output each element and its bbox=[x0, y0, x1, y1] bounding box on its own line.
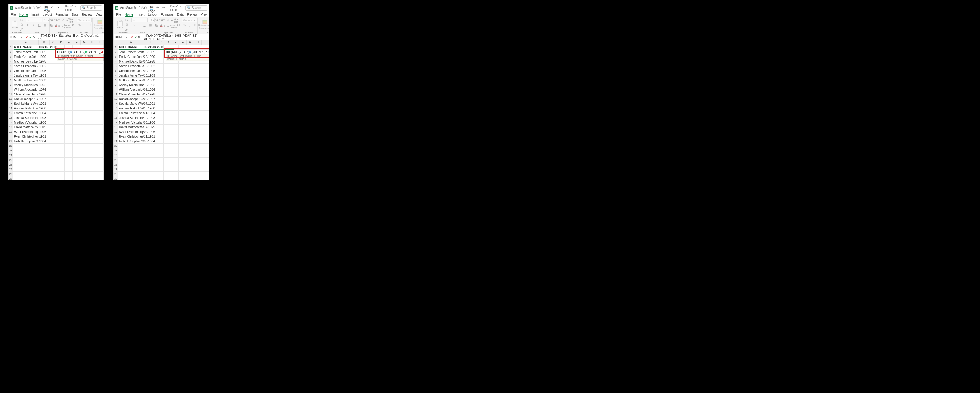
cell[interactable] bbox=[179, 153, 186, 157]
cell[interactable] bbox=[49, 64, 57, 68]
cell[interactable]: John Robert Smith bbox=[13, 50, 38, 54]
cell[interactable] bbox=[164, 82, 171, 87]
cell[interactable] bbox=[194, 176, 202, 180]
cell[interactable] bbox=[186, 73, 194, 78]
cell[interactable]: 1978 bbox=[38, 59, 49, 63]
cell[interactable]: 12/08/1976 bbox=[143, 87, 156, 92]
row-header[interactable]: 29 bbox=[8, 176, 13, 180]
cell[interactable] bbox=[171, 153, 179, 157]
cell[interactable] bbox=[80, 162, 88, 167]
cell[interactable] bbox=[96, 158, 104, 162]
cell[interactable] bbox=[73, 153, 81, 157]
cell[interactable] bbox=[201, 139, 209, 143]
row-header[interactable]: 2 bbox=[114, 50, 118, 54]
cell[interactable] bbox=[65, 111, 73, 115]
cell[interactable] bbox=[73, 172, 81, 176]
cell[interactable] bbox=[179, 92, 186, 96]
cell[interactable]: Ryan Christopher Moore bbox=[13, 134, 38, 138]
cell[interactable]: 1984 bbox=[38, 111, 49, 115]
cell[interactable] bbox=[96, 144, 104, 148]
cell[interactable] bbox=[65, 82, 73, 87]
cell[interactable]: Michael David Brown bbox=[118, 59, 143, 63]
cell[interactable] bbox=[179, 144, 186, 148]
cell[interactable]: Andrew Patrick Wilson bbox=[118, 106, 143, 110]
cell[interactable] bbox=[57, 111, 65, 115]
cell[interactable]: Ava Elizabeth Lopez bbox=[118, 130, 143, 134]
cell[interactable] bbox=[179, 162, 186, 167]
cell[interactable]: Olivia Rose Garcia bbox=[118, 92, 143, 96]
row-header[interactable]: 29 bbox=[114, 176, 118, 180]
cell[interactable]: Emma Katherine Rodriguez bbox=[118, 111, 143, 115]
row-header[interactable]: 17 bbox=[8, 120, 13, 124]
col-G[interactable]: G bbox=[81, 40, 88, 44]
spreadsheet-grid[interactable]: A B C D E F G H I 1FULL NAMEBIRTHDATEOUT… bbox=[114, 40, 209, 180]
row-header[interactable]: 25 bbox=[114, 158, 118, 162]
cell[interactable]: Daniel Joseph Clark bbox=[118, 97, 143, 101]
fx-icon[interactable]: fx bbox=[138, 35, 140, 39]
cell[interactable]: Christopher James Davis bbox=[13, 68, 38, 73]
cell[interactable] bbox=[156, 87, 164, 92]
cell[interactable] bbox=[49, 54, 57, 59]
row-header[interactable]: 24 bbox=[8, 153, 13, 157]
row-header[interactable]: 16 bbox=[8, 115, 13, 120]
row-header[interactable]: 20 bbox=[114, 134, 118, 138]
cell[interactable]: Joshua Benjamin Lee bbox=[13, 115, 38, 120]
cell[interactable]: Jessica Anne Taylor bbox=[13, 73, 38, 78]
col-C[interactable]: C bbox=[50, 40, 57, 44]
col-D[interactable]: D bbox=[57, 40, 65, 44]
align-center-icon[interactable]: ≡ bbox=[159, 24, 162, 28]
cell[interactable] bbox=[179, 45, 186, 49]
cell-edit-c2[interactable]: =IF(AND(B1>=1985, B1<=1990), A1, "") bbox=[56, 50, 104, 54]
cell[interactable] bbox=[156, 176, 164, 180]
cell[interactable] bbox=[49, 73, 57, 78]
cell[interactable] bbox=[171, 45, 179, 49]
cell[interactable] bbox=[57, 68, 65, 73]
cell[interactable] bbox=[49, 148, 57, 153]
cell[interactable] bbox=[186, 101, 194, 106]
cell[interactable] bbox=[164, 176, 171, 180]
row-header[interactable]: 2 bbox=[8, 50, 13, 54]
cell[interactable] bbox=[88, 130, 96, 134]
inc-decimal-icon[interactable]: .0 bbox=[87, 23, 91, 27]
col-H[interactable]: H bbox=[194, 40, 201, 44]
cell[interactable] bbox=[186, 144, 194, 148]
col-F[interactable]: F bbox=[73, 40, 81, 44]
cell[interactable] bbox=[201, 97, 209, 101]
cell[interactable] bbox=[186, 176, 194, 180]
align-left-icon[interactable]: ≡ bbox=[156, 24, 159, 28]
cell[interactable] bbox=[88, 115, 96, 120]
cell[interactable]: 05/11/1981 bbox=[143, 134, 156, 138]
bold-icon[interactable]: B bbox=[26, 23, 30, 27]
cell[interactable]: Andrew Patrick Wilson bbox=[13, 106, 38, 110]
cell[interactable] bbox=[65, 97, 73, 101]
cell[interactable]: 1993 bbox=[38, 115, 49, 120]
cell[interactable] bbox=[73, 144, 81, 148]
row-header[interactable]: 26 bbox=[8, 162, 13, 167]
cell[interactable] bbox=[88, 45, 96, 49]
cell[interactable] bbox=[156, 54, 164, 59]
border-icon[interactable]: ▦ bbox=[148, 23, 152, 27]
cell[interactable] bbox=[194, 64, 202, 68]
select-all-triangle[interactable] bbox=[8, 40, 13, 44]
cell[interactable]: 06/25/1983 bbox=[143, 78, 156, 82]
cell[interactable] bbox=[49, 92, 57, 96]
underline-icon[interactable]: U bbox=[143, 23, 146, 27]
cell[interactable] bbox=[73, 64, 81, 68]
name-box[interactable]: SUM bbox=[8, 35, 24, 39]
cell[interactable] bbox=[96, 172, 104, 176]
cell[interactable] bbox=[143, 148, 156, 153]
cell[interactable] bbox=[88, 111, 96, 115]
cell[interactable] bbox=[164, 45, 171, 49]
cell[interactable] bbox=[13, 176, 38, 180]
cell[interactable] bbox=[57, 134, 65, 138]
cell[interactable] bbox=[164, 73, 171, 78]
cell[interactable]: 1994 bbox=[38, 139, 49, 143]
cell[interactable] bbox=[88, 82, 96, 87]
row-header[interactable]: 7 bbox=[114, 73, 118, 78]
cell[interactable] bbox=[49, 101, 57, 106]
cell[interactable] bbox=[38, 144, 49, 148]
cell[interactable] bbox=[49, 172, 57, 176]
cell[interactable] bbox=[80, 73, 88, 78]
row-header[interactable]: 18 bbox=[114, 125, 118, 129]
row-header[interactable]: 17 bbox=[114, 120, 118, 124]
